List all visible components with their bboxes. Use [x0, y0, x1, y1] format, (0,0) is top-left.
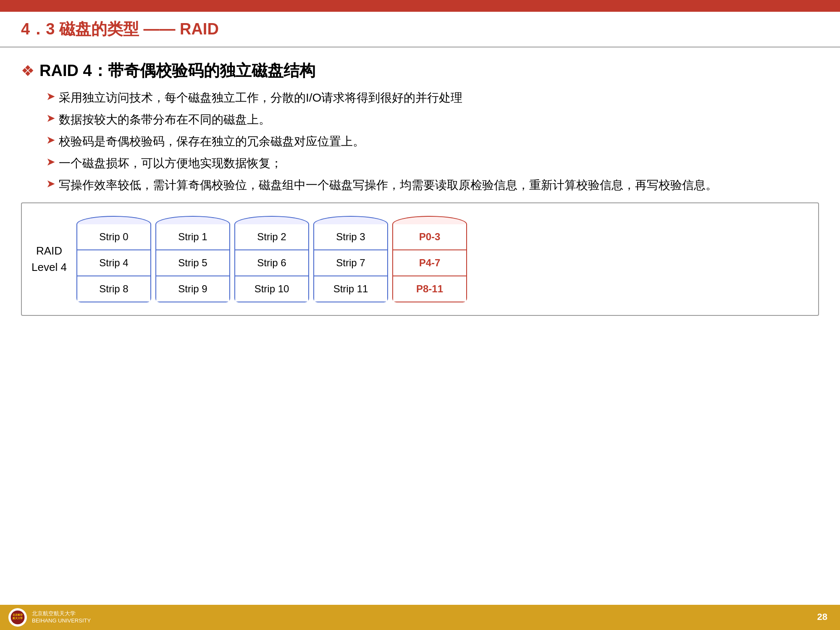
logo-text-cn: 北京航空航天大学 [32, 610, 91, 617]
parity-1: P4-7 [393, 250, 466, 276]
strip-2-1: Strip 6 [235, 250, 308, 276]
logo-area: 北京航空 航天大学 北京航空航天大学 BEIHANG UNIVERSITY [8, 608, 91, 627]
parity-2: P8-11 [393, 276, 466, 302]
arrow-icon-3: ➤ [46, 134, 55, 147]
strip-2-2: Strip 10 [235, 276, 308, 302]
disk-cap-1 [155, 216, 230, 224]
svg-text:北京航空: 北京航空 [12, 613, 23, 616]
disk-body-parity: P0-3 P4-7 P8-11 [392, 224, 467, 302]
bullet-text-2: 数据按较大的条带分布在不同的磁盘上。 [59, 111, 270, 129]
strip-0-0: Strip 0 [77, 224, 150, 250]
disk-cap-0 [76, 216, 151, 224]
svg-text:航天大学: 航天大学 [12, 617, 23, 620]
disk-col-parity: P0-3 P4-7 P8-11 [392, 216, 467, 302]
strip-1-0: Strip 1 [156, 224, 229, 250]
strip-1-2: Strip 9 [156, 276, 229, 302]
arrow-icon-4: ➤ [46, 155, 55, 168]
disk-body-2: Strip 2 Strip 6 Strip 10 [234, 224, 309, 302]
bullet-item-3: ➤ 校验码是奇偶校验码，保存在独立的冗余磁盘对应位置上。 [46, 133, 819, 150]
parity-0: P0-3 [393, 224, 466, 250]
disk-col-0: Strip 0 Strip 4 Strip 8 [76, 216, 151, 302]
raid4-title: RAID 4：带奇偶校验码的独立磁盘结构 [39, 60, 315, 81]
disk-cap-parity [392, 216, 467, 224]
top-bar [0, 0, 840, 12]
diagram-box: RAIDLevel 4 Strip 0 Strip 4 Strip 8 Stri… [21, 202, 819, 316]
bullet-text-5: 写操作效率较低，需计算奇偶校验位，磁盘组中一个磁盘写操作，均需要读取原检验信息，… [59, 176, 717, 194]
arrow-icon-2: ➤ [46, 112, 55, 125]
bullet-text-4: 一个磁盘损坏，可以方便地实现数据恢复； [59, 155, 282, 172]
page-number: 28 [817, 612, 827, 622]
diamond-icon: ❖ [21, 62, 34, 80]
strip-0-1: Strip 4 [77, 250, 150, 276]
disk-col-2: Strip 2 Strip 6 Strip 10 [234, 216, 309, 302]
disk-cap-2 [234, 216, 309, 224]
bullet-item-5: ➤ 写操作效率较低，需计算奇偶校验位，磁盘组中一个磁盘写操作，均需要读取原检验信… [46, 176, 819, 194]
disk-cap-3 [313, 216, 388, 224]
bullet-text-1: 采用独立访问技术，每个磁盘独立工作，分散的I/O请求将得到很好的并行处理 [59, 89, 462, 107]
bullet-item-2: ➤ 数据按较大的条带分布在不同的磁盘上。 [46, 111, 819, 129]
logo-text: 北京航空航天大学 BEIHANG UNIVERSITY [32, 610, 91, 625]
strip-2-0: Strip 2 [235, 224, 308, 250]
header-section: 4．3 磁盘的类型 —— RAID [0, 12, 840, 47]
bottom-bar: 北京航空 航天大学 北京航空航天大学 BEIHANG UNIVERSITY 28 [0, 605, 840, 630]
strip-0-2: Strip 8 [77, 276, 150, 302]
disk-body-0: Strip 0 Strip 4 Strip 8 [76, 224, 151, 302]
main-content: ❖ RAID 4：带奇偶校验码的独立磁盘结构 ➤ 采用独立访问技术，每个磁盘独立… [0, 47, 840, 605]
arrow-icon-1: ➤ [46, 90, 55, 103]
raid-level-label: RAIDLevel 4 [30, 243, 68, 276]
bullet-text-3: 校验码是奇偶校验码，保存在独立的冗余磁盘对应位置上。 [59, 133, 365, 150]
page-title: 4．3 磁盘的类型 —— RAID [21, 18, 219, 40]
strip-3-1: Strip 7 [314, 250, 387, 276]
disk-col-1: Strip 1 Strip 5 Strip 9 [155, 216, 230, 302]
logo-icon: 北京航空 航天大学 [8, 608, 27, 627]
logo-text-en: BEIHANG UNIVERSITY [32, 617, 91, 625]
disk-body-3: Strip 3 Strip 7 Strip 11 [313, 224, 388, 302]
bullet-item-4: ➤ 一个磁盘损坏，可以方便地实现数据恢复； [46, 155, 819, 172]
strip-1-1: Strip 5 [156, 250, 229, 276]
strip-3-0: Strip 3 [314, 224, 387, 250]
bullet-list: ➤ 采用独立访问技术，每个磁盘独立工作，分散的I/O请求将得到很好的并行处理 ➤… [46, 89, 819, 194]
disk-body-1: Strip 1 Strip 5 Strip 9 [155, 224, 230, 302]
raid-title-row: ❖ RAID 4：带奇偶校验码的独立磁盘结构 [21, 60, 819, 81]
arrow-icon-5: ➤ [46, 177, 55, 190]
disk-col-3: Strip 3 Strip 7 Strip 11 [313, 216, 388, 302]
strip-3-2: Strip 11 [314, 276, 387, 302]
bullet-item-1: ➤ 采用独立访问技术，每个磁盘独立工作，分散的I/O请求将得到很好的并行处理 [46, 89, 819, 107]
disk-grid: Strip 0 Strip 4 Strip 8 Strip 1 Strip 5 … [76, 216, 806, 302]
